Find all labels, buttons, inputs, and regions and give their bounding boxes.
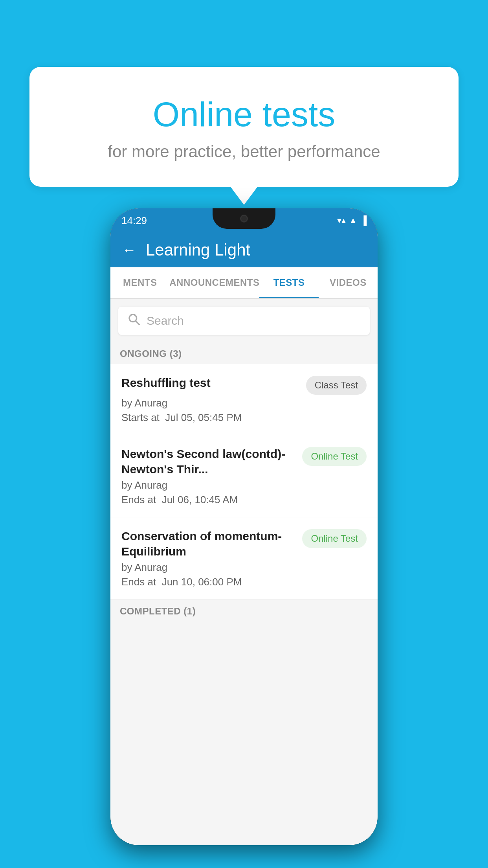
test-name-2: Newton's Second law(contd)-Newton's Thir… xyxy=(121,446,296,477)
back-button[interactable]: ← xyxy=(122,242,136,258)
tabs-bar: MENTS ANNOUNCEMENTS TESTS VIDEOS xyxy=(110,267,378,299)
app-bar: ← Learning Light xyxy=(110,233,378,267)
bubble-subtitle: for more practice, better performance xyxy=(61,142,427,161)
status-time: 14:29 xyxy=(121,215,147,227)
tab-announcements[interactable]: ANNOUNCEMENTS xyxy=(169,267,259,298)
test-author-1: by Anurag xyxy=(121,397,367,409)
search-bar[interactable]: Search xyxy=(118,307,370,335)
speech-bubble-wrapper: Online tests for more practice, better p… xyxy=(29,67,459,205)
test-date-2: Ends at Jul 06, 10:45 AM xyxy=(121,494,367,506)
svg-line-1 xyxy=(136,321,139,325)
status-icons: ▾▴ ▲ ▐ xyxy=(337,215,367,226)
tab-videos[interactable]: VIDEOS xyxy=(319,267,378,298)
tab-tests[interactable]: TESTS xyxy=(259,267,318,298)
tab-assignments[interactable]: MENTS xyxy=(110,267,169,298)
app-bar-title: Learning Light xyxy=(146,241,250,259)
test-name-1: Reshuffling test xyxy=(121,375,300,390)
test-card-3[interactable]: Conservation of momentum-Equilibrium Onl… xyxy=(110,517,378,600)
search-icon xyxy=(128,313,140,329)
content-area: Search ONGOING (3) Reshuffling test Clas… xyxy=(110,300,378,845)
test-badge-2: Online Test xyxy=(302,447,367,466)
completed-section-header: COMPLETED (1) xyxy=(110,600,378,622)
camera-icon xyxy=(240,215,248,223)
test-date-3: Ends at Jun 10, 06:00 PM xyxy=(121,576,367,588)
test-card-2[interactable]: Newton's Second law(contd)-Newton's Thir… xyxy=(110,435,378,517)
wifi-icon: ▾▴ xyxy=(337,215,346,226)
test-card-1[interactable]: Reshuffling test Class Test by Anurag St… xyxy=(110,364,378,435)
test-author-2: by Anurag xyxy=(121,479,367,491)
ongoing-section-header: ONGOING (3) xyxy=(110,342,378,364)
test-date-1: Starts at Jul 05, 05:45 PM xyxy=(121,412,367,424)
battery-icon: ▐ xyxy=(360,215,367,226)
search-placeholder: Search xyxy=(147,314,184,327)
phone-screen: 14:29 ▾▴ ▲ ▐ ← Learning Light MENTS ANNO… xyxy=(110,208,378,845)
bubble-title: Online tests xyxy=(61,94,427,134)
test-badge-1: Class Test xyxy=(306,376,367,395)
signal-icon: ▲ xyxy=(349,215,358,226)
speech-bubble-tail xyxy=(230,186,258,205)
test-name-3: Conservation of momentum-Equilibrium xyxy=(121,528,296,559)
test-author-3: by Anurag xyxy=(121,561,367,574)
phone-wrapper: 14:29 ▾▴ ▲ ▐ ← Learning Light MENTS ANNO… xyxy=(33,208,455,845)
phone-notch xyxy=(213,208,275,229)
phone-device: 14:29 ▾▴ ▲ ▐ ← Learning Light MENTS ANNO… xyxy=(110,208,378,845)
test-badge-3: Online Test xyxy=(302,529,367,548)
speech-bubble: Online tests for more practice, better p… xyxy=(29,67,459,187)
